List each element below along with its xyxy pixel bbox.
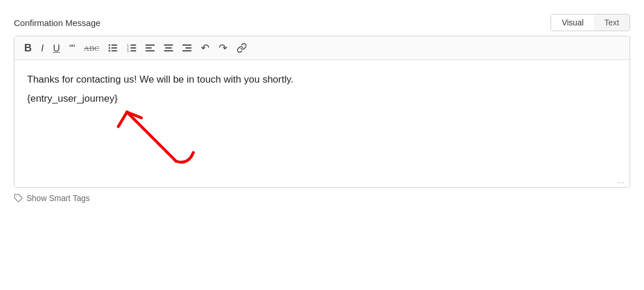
bold-button[interactable]: B — [21, 41, 35, 55]
align-center-button[interactable] — [161, 43, 176, 54]
strikethrough-button[interactable]: ABC — [81, 43, 102, 54]
editor-line-2: {entry_user_journey} — [27, 91, 617, 106]
blockquote-button[interactable]: ““ — [66, 42, 77, 55]
smart-tags-icon — [14, 194, 23, 203]
svg-point-4 — [108, 47, 110, 49]
smart-tags-footer[interactable]: Show Smart Tags — [14, 194, 630, 203]
svg-rect-16 — [165, 47, 172, 49]
header-row: Confirmation Message Visual Text — [14, 14, 630, 31]
editor-wrapper: B I U ““ ABC — [14, 36, 630, 188]
section-title: Confirmation Message — [14, 18, 100, 28]
resize-handle[interactable]: … — [617, 176, 625, 184]
unordered-list-button[interactable] — [106, 42, 121, 54]
svg-rect-19 — [185, 47, 192, 49]
svg-point-5 — [108, 50, 110, 52]
ordered-list-button[interactable]: 1. 2. 3. — [124, 42, 139, 54]
svg-rect-17 — [164, 50, 173, 51]
visual-tab[interactable]: Visual — [551, 14, 594, 31]
confirmation-message-section: Confirmation Message Visual Text B I U “… — [14, 14, 630, 203]
align-left-button[interactable] — [143, 43, 158, 54]
svg-point-3 — [108, 44, 110, 46]
svg-rect-6 — [130, 44, 136, 46]
svg-rect-12 — [145, 44, 155, 46]
svg-rect-18 — [182, 44, 192, 46]
svg-rect-7 — [130, 47, 136, 49]
svg-rect-1 — [111, 47, 117, 49]
view-toggle: Visual Text — [551, 14, 630, 31]
show-smart-tags-label: Show Smart Tags — [27, 194, 89, 203]
svg-rect-20 — [182, 50, 192, 51]
svg-rect-14 — [145, 50, 155, 51]
svg-rect-8 — [130, 50, 136, 51]
align-right-button[interactable] — [179, 43, 194, 54]
svg-rect-2 — [111, 50, 117, 51]
editor-content[interactable]: Thanks for contacting us! We will be in … — [14, 60, 630, 187]
svg-rect-13 — [145, 47, 152, 49]
italic-button[interactable]: I — [38, 42, 47, 55]
editor-toolbar: B I U ““ ABC — [14, 36, 630, 60]
editor-line-1: Thanks for contacting us! We will be in … — [27, 72, 617, 87]
redo-button[interactable]: ↷ — [216, 41, 230, 55]
text-tab[interactable]: Text — [594, 14, 630, 31]
link-button[interactable] — [234, 41, 250, 55]
svg-rect-0 — [111, 44, 117, 46]
undo-button[interactable]: ↶ — [198, 41, 212, 55]
underline-button[interactable]: U — [50, 42, 63, 55]
svg-rect-15 — [164, 44, 173, 46]
svg-text:3.: 3. — [127, 49, 129, 52]
